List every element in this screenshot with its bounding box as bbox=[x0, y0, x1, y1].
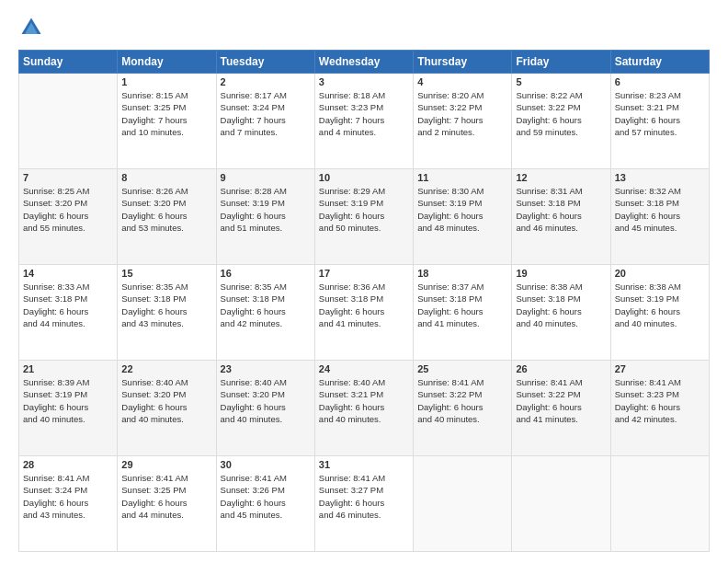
day-number: 11 bbox=[417, 172, 507, 183]
calendar-cell: 26Sunrise: 8:41 AM Sunset: 3:22 PM Dayli… bbox=[512, 361, 610, 456]
day-number: 31 bbox=[319, 459, 409, 470]
day-info: Sunrise: 8:38 AM Sunset: 3:19 PM Dayligh… bbox=[615, 281, 705, 329]
day-info: Sunrise: 8:28 AM Sunset: 3:19 PM Dayligh… bbox=[221, 185, 311, 234]
calendar-header-row: SundayMondayTuesdayWednesdayThursdayFrid… bbox=[19, 51, 710, 74]
day-number: 24 bbox=[319, 363, 409, 374]
day-number: 19 bbox=[516, 268, 606, 279]
calendar-cell: 2Sunrise: 8:17 AM Sunset: 3:24 PM Daylig… bbox=[216, 74, 314, 169]
day-info: Sunrise: 8:40 AM Sunset: 3:20 PM Dayligh… bbox=[221, 376, 311, 425]
calendar-cell: 3Sunrise: 8:18 AM Sunset: 3:23 PM Daylig… bbox=[314, 74, 413, 169]
day-info: Sunrise: 8:33 AM Sunset: 3:18 PM Dayligh… bbox=[23, 281, 113, 329]
calendar-cell: 31Sunrise: 8:41 AM Sunset: 3:27 PM Dayli… bbox=[314, 456, 413, 552]
day-header-thursday: Thursday bbox=[414, 51, 512, 74]
day-info: Sunrise: 8:26 AM Sunset: 3:20 PM Dayligh… bbox=[121, 185, 211, 234]
day-info: Sunrise: 8:30 AM Sunset: 3:19 PM Dayligh… bbox=[417, 185, 507, 234]
day-number: 9 bbox=[221, 172, 311, 183]
week-row-4: 28Sunrise: 8:41 AM Sunset: 3:24 PM Dayli… bbox=[19, 456, 710, 552]
calendar-cell: 20Sunrise: 8:38 AM Sunset: 3:19 PM Dayli… bbox=[610, 265, 709, 361]
day-number: 10 bbox=[319, 172, 409, 183]
day-number: 13 bbox=[615, 172, 705, 183]
day-number: 25 bbox=[417, 363, 507, 374]
day-info: Sunrise: 8:41 AM Sunset: 3:26 PM Dayligh… bbox=[221, 472, 311, 521]
calendar-cell: 6Sunrise: 8:23 AM Sunset: 3:21 PM Daylig… bbox=[610, 74, 709, 169]
week-row-0: 1Sunrise: 8:15 AM Sunset: 3:25 PM Daylig… bbox=[19, 74, 710, 169]
calendar-cell: 27Sunrise: 8:41 AM Sunset: 3:23 PM Dayli… bbox=[610, 361, 709, 456]
day-info: Sunrise: 8:41 AM Sunset: 3:25 PM Dayligh… bbox=[121, 472, 211, 521]
day-number: 15 bbox=[121, 268, 211, 279]
day-number: 28 bbox=[23, 459, 113, 470]
calendar-cell: 14Sunrise: 8:33 AM Sunset: 3:18 PM Dayli… bbox=[19, 265, 118, 361]
calendar-cell: 22Sunrise: 8:40 AM Sunset: 3:20 PM Dayli… bbox=[118, 361, 216, 456]
calendar-cell bbox=[610, 456, 709, 552]
day-info: Sunrise: 8:38 AM Sunset: 3:18 PM Dayligh… bbox=[516, 281, 606, 329]
calendar-cell bbox=[19, 74, 118, 169]
day-info: Sunrise: 8:15 AM Sunset: 3:25 PM Dayligh… bbox=[121, 89, 211, 138]
day-info: Sunrise: 8:35 AM Sunset: 3:18 PM Dayligh… bbox=[121, 281, 211, 329]
calendar-cell bbox=[414, 456, 512, 552]
day-number: 18 bbox=[417, 268, 507, 279]
day-number: 4 bbox=[417, 76, 507, 87]
day-info: Sunrise: 8:41 AM Sunset: 3:24 PM Dayligh… bbox=[23, 472, 113, 521]
calendar-cell: 30Sunrise: 8:41 AM Sunset: 3:26 PM Dayli… bbox=[216, 456, 314, 552]
day-info: Sunrise: 8:40 AM Sunset: 3:20 PM Dayligh… bbox=[121, 376, 211, 425]
week-row-2: 14Sunrise: 8:33 AM Sunset: 3:18 PM Dayli… bbox=[19, 265, 710, 361]
day-header-sunday: Sunday bbox=[19, 51, 118, 74]
day-number: 14 bbox=[23, 268, 113, 279]
day-info: Sunrise: 8:41 AM Sunset: 3:27 PM Dayligh… bbox=[319, 472, 409, 521]
calendar-cell: 29Sunrise: 8:41 AM Sunset: 3:25 PM Dayli… bbox=[118, 456, 216, 552]
calendar-cell: 5Sunrise: 8:22 AM Sunset: 3:22 PM Daylig… bbox=[512, 74, 610, 169]
header bbox=[18, 15, 710, 40]
day-info: Sunrise: 8:25 AM Sunset: 3:20 PM Dayligh… bbox=[23, 185, 113, 234]
day-number: 30 bbox=[221, 459, 311, 470]
day-info: Sunrise: 8:20 AM Sunset: 3:22 PM Dayligh… bbox=[417, 89, 507, 138]
calendar-cell: 8Sunrise: 8:26 AM Sunset: 3:20 PM Daylig… bbox=[118, 169, 216, 265]
day-number: 21 bbox=[23, 363, 113, 374]
calendar-cell: 10Sunrise: 8:29 AM Sunset: 3:19 PM Dayli… bbox=[314, 169, 413, 265]
calendar-cell: 17Sunrise: 8:36 AM Sunset: 3:18 PM Dayli… bbox=[314, 265, 413, 361]
calendar-cell: 1Sunrise: 8:15 AM Sunset: 3:25 PM Daylig… bbox=[118, 74, 216, 169]
day-number: 29 bbox=[121, 459, 211, 470]
calendar-cell: 15Sunrise: 8:35 AM Sunset: 3:18 PM Dayli… bbox=[118, 265, 216, 361]
day-number: 22 bbox=[121, 363, 211, 374]
calendar-cell: 28Sunrise: 8:41 AM Sunset: 3:24 PM Dayli… bbox=[19, 456, 118, 552]
day-info: Sunrise: 8:18 AM Sunset: 3:23 PM Dayligh… bbox=[319, 89, 409, 138]
calendar-cell: 7Sunrise: 8:25 AM Sunset: 3:20 PM Daylig… bbox=[19, 169, 118, 265]
calendar-cell: 24Sunrise: 8:40 AM Sunset: 3:21 PM Dayli… bbox=[314, 361, 413, 456]
calendar-cell: 19Sunrise: 8:38 AM Sunset: 3:18 PM Dayli… bbox=[512, 265, 610, 361]
day-number: 8 bbox=[121, 172, 211, 183]
day-header-saturday: Saturday bbox=[610, 51, 709, 74]
day-number: 23 bbox=[221, 363, 311, 374]
day-number: 3 bbox=[319, 76, 409, 87]
day-number: 27 bbox=[615, 363, 705, 374]
calendar-cell: 4Sunrise: 8:20 AM Sunset: 3:22 PM Daylig… bbox=[414, 74, 512, 169]
day-number: 6 bbox=[615, 76, 705, 87]
day-info: Sunrise: 8:37 AM Sunset: 3:18 PM Dayligh… bbox=[417, 281, 507, 329]
logo bbox=[18, 15, 48, 40]
day-info: Sunrise: 8:23 AM Sunset: 3:21 PM Dayligh… bbox=[615, 89, 705, 138]
calendar-cell: 12Sunrise: 8:31 AM Sunset: 3:18 PM Dayli… bbox=[512, 169, 610, 265]
calendar-cell: 13Sunrise: 8:32 AM Sunset: 3:18 PM Dayli… bbox=[610, 169, 709, 265]
page: SundayMondayTuesdayWednesdayThursdayFrid… bbox=[0, 0, 728, 563]
calendar-table: SundayMondayTuesdayWednesdayThursdayFrid… bbox=[18, 50, 710, 552]
day-number: 20 bbox=[615, 268, 705, 279]
day-info: Sunrise: 8:29 AM Sunset: 3:19 PM Dayligh… bbox=[319, 185, 409, 234]
day-info: Sunrise: 8:32 AM Sunset: 3:18 PM Dayligh… bbox=[615, 185, 705, 234]
day-info: Sunrise: 8:40 AM Sunset: 3:21 PM Dayligh… bbox=[319, 376, 409, 425]
day-info: Sunrise: 8:41 AM Sunset: 3:22 PM Dayligh… bbox=[516, 376, 606, 425]
day-info: Sunrise: 8:41 AM Sunset: 3:23 PM Dayligh… bbox=[615, 376, 705, 425]
calendar-cell: 18Sunrise: 8:37 AM Sunset: 3:18 PM Dayli… bbox=[414, 265, 512, 361]
day-number: 5 bbox=[516, 76, 606, 87]
calendar-cell: 16Sunrise: 8:35 AM Sunset: 3:18 PM Dayli… bbox=[216, 265, 314, 361]
calendar-cell: 11Sunrise: 8:30 AM Sunset: 3:19 PM Dayli… bbox=[414, 169, 512, 265]
week-row-3: 21Sunrise: 8:39 AM Sunset: 3:19 PM Dayli… bbox=[19, 361, 710, 456]
day-header-monday: Monday bbox=[118, 51, 216, 74]
day-number: 17 bbox=[319, 268, 409, 279]
logo-icon bbox=[18, 15, 44, 40]
day-number: 26 bbox=[516, 363, 606, 374]
day-info: Sunrise: 8:22 AM Sunset: 3:22 PM Dayligh… bbox=[516, 89, 606, 138]
calendar-cell: 25Sunrise: 8:41 AM Sunset: 3:22 PM Dayli… bbox=[414, 361, 512, 456]
day-info: Sunrise: 8:36 AM Sunset: 3:18 PM Dayligh… bbox=[319, 281, 409, 329]
calendar-cell: 23Sunrise: 8:40 AM Sunset: 3:20 PM Dayli… bbox=[216, 361, 314, 456]
calendar-cell: 21Sunrise: 8:39 AM Sunset: 3:19 PM Dayli… bbox=[19, 361, 118, 456]
day-header-wednesday: Wednesday bbox=[314, 51, 413, 74]
